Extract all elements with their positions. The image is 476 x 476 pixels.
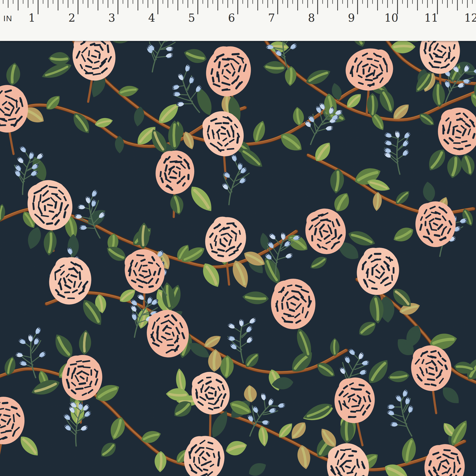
ruler-number-11: 11 xyxy=(424,11,438,24)
fabric-product-photo: IN 123456789101112 xyxy=(0,0,476,476)
ruler-number-1: 1 xyxy=(28,11,35,24)
ruler-number-2: 2 xyxy=(68,11,75,24)
ruler-number-5: 5 xyxy=(188,11,195,24)
ruler-number-6: 6 xyxy=(228,11,235,24)
ruler-number-4: 4 xyxy=(148,11,155,24)
ruler-number-12: 12 xyxy=(464,11,476,24)
fabric-texture xyxy=(0,41,476,476)
ruler: IN 123456789101112 xyxy=(0,0,476,41)
ruler-unit-label: IN xyxy=(3,14,12,23)
ruler-number-8: 8 xyxy=(308,11,315,24)
ruler-number-7: 7 xyxy=(268,11,275,24)
ruler-number-9: 9 xyxy=(348,11,355,24)
ruler-number-3: 3 xyxy=(108,11,115,24)
ruler-number-10: 10 xyxy=(384,11,398,24)
fabric-swatch xyxy=(0,41,476,476)
